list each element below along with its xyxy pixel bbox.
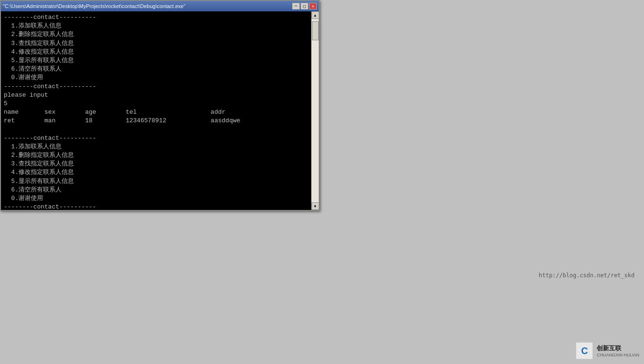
- watermark-text: http://blog.csdn.net/ret_skd: [539, 272, 635, 279]
- scroll-thumb[interactable]: [312, 21, 319, 40]
- logo-icon: C: [576, 342, 593, 359]
- scroll-down-arrow[interactable]: ▼: [312, 202, 319, 210]
- logo-line1: 创新互联: [597, 344, 639, 353]
- logo-line2: CHUANGXIN HULIAN: [597, 353, 639, 357]
- title-bar: "C:\Users\Administrator\Desktop\MyProjec…: [1, 1, 319, 11]
- logo-letter: C: [581, 346, 588, 356]
- scrollbar[interactable]: ▲ ▼: [311, 11, 319, 210]
- scroll-up-arrow[interactable]: ▲: [312, 11, 319, 19]
- minimize-button[interactable]: ─: [292, 3, 300, 9]
- console-window: "C:\Users\Administrator\Desktop\MyProjec…: [0, 0, 320, 211]
- logo-text-block: 创新互联 CHUANGXIN HULIAN: [597, 344, 639, 357]
- logo-area: C 创新互联 CHUANGXIN HULIAN: [576, 342, 639, 359]
- window-title: "C:\Users\Administrator\Desktop\MyProjec…: [3, 3, 186, 9]
- close-button[interactable]: ✕: [309, 3, 317, 9]
- window-content: --------contact---------- 1.添加联系人信息 2.删除…: [1, 11, 319, 210]
- window-controls: ─ □ ✕: [292, 3, 317, 9]
- scroll-track[interactable]: [312, 19, 319, 202]
- maximize-button[interactable]: □: [301, 3, 308, 9]
- terminal-output: --------contact---------- 1.添加联系人信息 2.删除…: [1, 11, 311, 210]
